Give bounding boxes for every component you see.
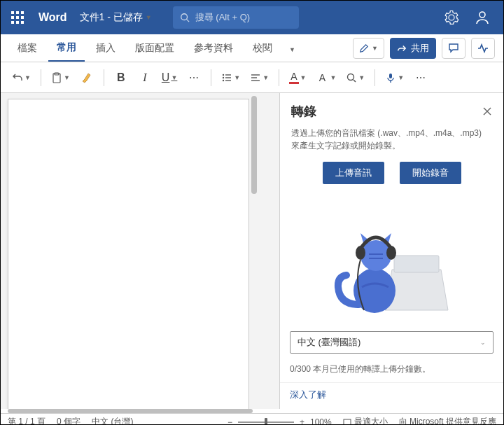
find-button[interactable]: ▼ — [342, 67, 369, 89]
chevron-down-icon: ▼ — [330, 74, 336, 81]
svg-rect-33 — [344, 419, 351, 425]
pane-description: 透過上傳您的音訊檔案 (.wav、.mp4、.m4a、.mp3) 來產生文字記錄… — [280, 127, 503, 162]
svg-point-23 — [348, 74, 354, 80]
highlight-button[interactable]: A ▼ — [312, 67, 340, 89]
zoom-level[interactable]: 100% — [310, 417, 332, 426]
vertical-scrollbar[interactable] — [249, 93, 259, 409]
underline-button[interactable]: U ▼ — [158, 67, 181, 89]
chevron-down-icon: ▼ — [64, 74, 70, 81]
svg-point-31 — [356, 246, 365, 260]
fit-button[interactable]: 最適大小 — [343, 416, 388, 425]
usage-text: 0/300 本月已使用的轉譯上傳分鐘數。 — [280, 359, 503, 379]
comments-button[interactable] — [442, 38, 465, 59]
format-painter-button[interactable] — [76, 67, 98, 89]
chevron-down-icon: ⌄ — [480, 339, 486, 346]
undo-icon — [12, 72, 23, 83]
search-placeholder: 搜尋 (Alt + Q) — [195, 11, 250, 24]
account-button[interactable] — [474, 9, 491, 26]
scrollbar-thumb[interactable] — [251, 96, 257, 194]
svg-rect-3 — [11, 16, 14, 19]
language-selected: 中文 (臺灣國語) — [298, 336, 360, 349]
chevron-down-icon: ▼ — [262, 74, 269, 81]
share-button[interactable]: 共用 — [390, 38, 436, 59]
svg-rect-7 — [16, 21, 19, 24]
tab-insert[interactable]: 插入 — [88, 35, 124, 62]
doc-title[interactable]: 文件1 - 已儲存 ▼ — [80, 11, 152, 24]
svg-rect-5 — [21, 16, 24, 19]
dictate-button[interactable]: ▼ — [381, 67, 408, 89]
share-icon — [397, 43, 407, 53]
svg-point-32 — [386, 246, 396, 260]
app-name: Word — [38, 11, 67, 24]
italic-button[interactable]: I — [134, 67, 156, 89]
tab-references[interactable]: 參考資料 — [186, 35, 241, 62]
svg-rect-6 — [11, 21, 14, 24]
editing-mode-button[interactable]: ▼ — [353, 38, 384, 59]
learn-more-link[interactable]: 深入了解 — [280, 382, 503, 407]
search-icon — [180, 13, 190, 22]
search-input[interactable]: 搜尋 (Alt + Q) — [173, 6, 299, 29]
close-button[interactable] — [482, 106, 492, 116]
settings-button[interactable] — [443, 9, 460, 26]
svg-line-24 — [354, 80, 356, 82]
svg-rect-0 — [11, 11, 14, 14]
chevron-down-icon: ▼ — [300, 74, 307, 81]
bold-button[interactable]: B — [110, 67, 132, 89]
word-count[interactable]: 0 個字 — [57, 416, 80, 425]
person-icon — [475, 10, 490, 25]
underline-label: U — [162, 71, 170, 84]
separator — [279, 69, 279, 86]
undo-button[interactable]: ▼ — [8, 67, 35, 89]
svg-rect-1 — [16, 11, 19, 14]
chevron-down-icon: ▼ — [398, 74, 404, 81]
svg-point-14 — [223, 74, 224, 75]
svg-rect-8 — [21, 21, 24, 24]
tab-file[interactable]: 檔案 — [9, 35, 46, 62]
zoom-out-button[interactable]: − — [227, 417, 232, 426]
more-commands-button[interactable]: ⋯ — [410, 67, 432, 89]
start-recording-button[interactable]: 開始錄音 — [400, 162, 461, 184]
upload-audio-button[interactable]: 上傳音訊 — [323, 162, 384, 184]
activity-button[interactable] — [471, 38, 495, 59]
zoom-slider-thumb[interactable] — [265, 418, 267, 426]
more-font-button[interactable]: ⋯ — [183, 67, 205, 89]
chevron-down-icon: ▼ — [24, 74, 31, 81]
chevron-down-icon: ▼ — [234, 74, 240, 81]
separator — [104, 69, 104, 86]
fit-icon — [343, 418, 351, 426]
zoom-slider[interactable] — [238, 421, 294, 423]
svg-rect-4 — [16, 16, 19, 19]
paste-button[interactable]: ▼ — [47, 67, 74, 89]
clipboard-icon — [51, 72, 62, 83]
language-select[interactable]: 中文 (臺灣國語) ⌄ — [290, 331, 493, 354]
scrollbar-thumb[interactable] — [8, 409, 253, 413]
page-indicator[interactable]: 第 1 / 1 頁 — [8, 416, 46, 425]
align-button[interactable]: ▼ — [246, 67, 273, 89]
language-status[interactable]: 中文 (台灣) — [92, 416, 133, 425]
styles-icon: A — [316, 72, 328, 83]
document-canvas[interactable] — [1, 93, 279, 409]
font-color-button[interactable]: A ▼ — [285, 67, 310, 89]
transcribe-pane: 轉錄 透過上傳您的音訊檔案 (.wav、.mp4、.m4a、.mp3) 來產生文… — [279, 93, 503, 409]
svg-point-16 — [223, 79, 224, 81]
ellipsis-icon: ⋯ — [189, 72, 199, 83]
page[interactable] — [8, 99, 249, 409]
tab-home[interactable]: 常用 — [48, 35, 85, 62]
zoom-in-button[interactable]: + — [300, 417, 304, 426]
svg-point-11 — [479, 12, 485, 18]
bullet-list-button[interactable]: ▼ — [217, 67, 244, 89]
brush-icon — [80, 71, 93, 84]
feedback-link[interactable]: 向 Microsoft 提供意見反應 — [399, 416, 496, 425]
tab-layout[interactable]: 版面配置 — [127, 35, 183, 62]
share-label: 共用 — [411, 42, 429, 55]
chevron-down-icon: ▼ — [358, 74, 365, 81]
svg-rect-25 — [389, 74, 392, 78]
gear-icon — [444, 11, 458, 25]
tab-review[interactable]: 校閱 — [244, 35, 281, 62]
svg-point-9 — [181, 14, 188, 20]
doc-title-text: 文件1 - 已儲存 — [80, 11, 143, 24]
activity-icon — [477, 43, 489, 54]
app-launcher[interactable] — [6, 6, 29, 29]
tab-overflow[interactable]: ▼ — [284, 42, 301, 55]
svg-point-15 — [223, 76, 224, 78]
